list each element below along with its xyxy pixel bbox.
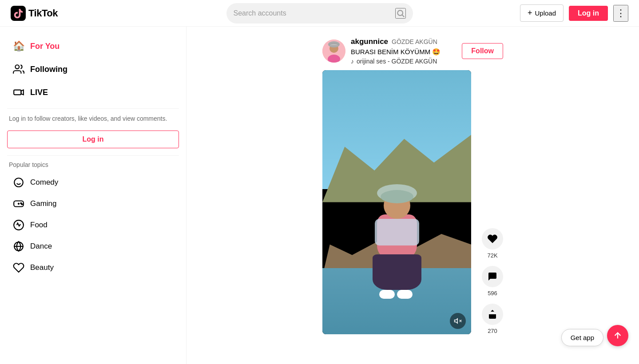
sidebar-item-live[interactable]: LIVE [7,82,179,103]
get-app-button[interactable]: Get app [561,329,603,346]
comedy-label: Comedy [30,178,58,187]
scroll-to-top-button[interactable] [607,325,628,346]
tiktok-logo-icon [11,6,26,21]
video-meta-header: akgunnice GÖZDE AKGÜN BURASI BENİM KÖYÜM… [322,37,503,65]
upload-button[interactable]: + Upload [520,4,564,22]
video-info: akgunnice GÖZDE AKGÜN BURASI BENİM KÖYÜM… [351,37,456,65]
like-circle [482,228,503,249]
topic-comedy[interactable]: Comedy [7,172,179,193]
svg-rect-4 [14,90,21,95]
more-options-button[interactable]: ⋮ [613,5,628,22]
beauty-label: Beauty [30,263,54,272]
display-name: GÖZDE AKGÜN [392,38,437,45]
home-icon: 🏠 [12,40,25,52]
like-count: 72K [487,252,497,259]
topic-food[interactable]: Food [7,214,179,236]
following-label: Following [30,65,67,74]
svg-point-1 [397,10,403,16]
follow-button[interactable]: Follow [462,43,503,59]
share-icon [487,309,498,320]
topic-beauty[interactable]: Beauty [7,257,179,278]
comment-count: 596 [488,290,497,297]
sidebar-item-for-you[interactable]: 🏠 For You [7,36,179,57]
sidebar-login-button[interactable]: Log in [7,131,179,148]
comment-icon [487,271,498,282]
heart-icon [487,233,498,244]
username: akgunnice [351,37,388,46]
side-actions: 72K 596 [482,225,503,334]
comment-button[interactable]: 596 [482,266,503,297]
beauty-icon [12,261,25,274]
avatar-image [322,40,345,63]
video-container[interactable] [322,70,471,334]
mute-button[interactable] [450,313,466,329]
gaming-label: Gaming [30,199,57,208]
share-circle [482,304,503,325]
gaming-icon [12,198,25,210]
mute-icon [454,317,462,325]
food-label: Food [30,221,48,229]
svg-rect-0 [11,6,26,21]
header-login-button[interactable]: Log in [569,6,608,21]
search-button[interactable] [395,8,406,19]
dance-label: Dance [30,242,52,251]
login-prompt-text: Log in to follow creators, like videos, … [7,114,179,123]
popular-topics-title: Popular topics [9,161,177,168]
topic-gaming[interactable]: Gaming [7,193,179,214]
video-scene [322,70,471,334]
logo-text: TikTok [28,8,58,19]
username-row: akgunnice GÖZDE AKGÜN [351,37,456,46]
search-icon [396,9,405,18]
video-with-actions: 72K 596 [322,70,503,334]
share-count: 270 [488,328,497,334]
for-you-label: For You [30,42,60,51]
search-bar [226,3,413,24]
sidebar-item-following[interactable]: Following [7,59,179,80]
main-layout: 🏠 For You Following [0,27,639,364]
dance-icon [12,240,25,253]
person-figure [368,192,426,299]
main-nav: 🏠 For You Following [7,36,179,103]
svg-point-12 [22,204,23,205]
comment-circle [482,266,503,287]
header: TikTok + Upload Log in ⋮ [0,0,639,27]
video-sound: ♪ orijinal ses - GÖZDE AKGÜN [351,58,456,65]
avatar[interactable] [322,40,345,63]
plus-icon: + [528,8,532,18]
sound-name: orijinal ses - GÖZDE AKGÜN [357,58,437,65]
topic-dance[interactable]: Dance [7,236,179,257]
video-card: akgunnice GÖZDE AKGÜN BURASI BENİM KÖYÜM… [322,37,503,334]
comedy-icon [12,176,25,189]
logo[interactable]: TikTok [11,6,58,21]
sidebar-divider-2 [7,155,179,156]
following-icon [12,63,25,75]
sidebar: 🏠 For You Following [0,27,187,364]
share-button[interactable]: 270 [482,304,503,334]
sidebar-divider-1 [7,108,179,109]
video-caption: BURASI BENİM KÖYÜMM 🤩 [351,48,456,56]
live-label: LIVE [30,88,48,97]
search-input[interactable] [234,9,392,17]
svg-point-3 [15,65,19,69]
header-actions: + Upload Log in ⋮ [520,4,628,22]
live-icon [12,86,25,99]
food-icon [12,219,25,231]
svg-point-5 [14,178,23,187]
music-note-icon: ♪ [351,58,354,65]
content-area: akgunnice GÖZDE AKGÜN BURASI BENİM KÖYÜM… [187,27,639,364]
arrow-up-icon [613,331,623,340]
like-button[interactable]: 72K [482,228,503,259]
video-feed: akgunnice GÖZDE AKGÜN BURASI BENİM KÖYÜM… [322,37,503,353]
svg-line-2 [402,15,404,17]
